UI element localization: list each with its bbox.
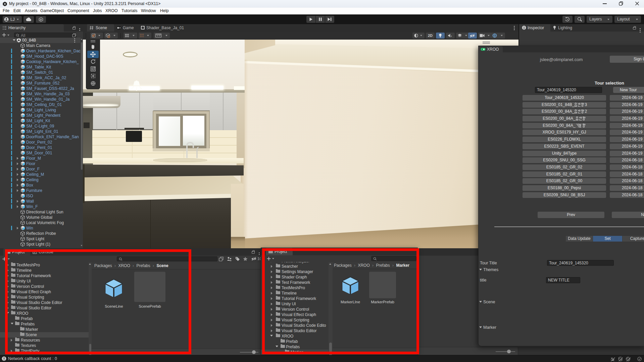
svg-text:x: x (451, 35, 452, 37)
